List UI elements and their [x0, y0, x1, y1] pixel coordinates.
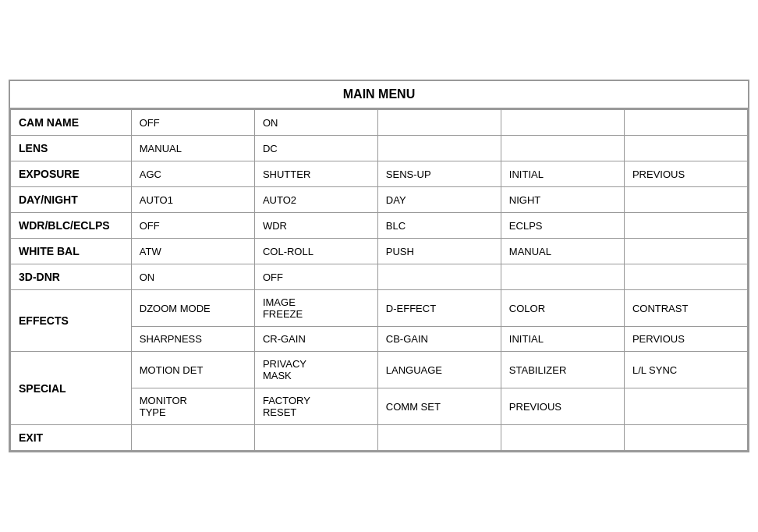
cell: NIGHT: [501, 187, 624, 213]
row-label: WHITE BAL: [11, 239, 132, 264]
cell: CONTRAST: [624, 290, 747, 327]
cell: [624, 187, 747, 213]
cell: [131, 425, 254, 451]
row-label: 3D-DNR: [11, 264, 132, 290]
table-row: LENSMANUALDC: [11, 136, 748, 161]
cell: IMAGE FREEZE: [254, 290, 377, 327]
cell: OFF: [254, 264, 377, 290]
cell: [624, 239, 747, 264]
row-label: EXIT: [11, 425, 132, 451]
table-row: WHITE BALATWCOL-ROLLPUSHMANUAL: [11, 239, 748, 264]
row-label: WDR/BLC/ECLPS: [11, 213, 132, 239]
cell: COL-ROLL: [254, 239, 377, 264]
cell: SHUTTER: [254, 161, 377, 187]
cell: [377, 110, 501, 136]
cell: [624, 264, 747, 290]
cell: [624, 213, 747, 239]
cell: MOTION DET: [131, 352, 254, 388]
cell: MANUAL: [131, 136, 254, 161]
cell: ECLPS: [501, 213, 624, 239]
cell: [377, 136, 501, 161]
table-row: DAY/NIGHTAUTO1AUTO2DAYNIGHT: [11, 187, 748, 213]
table-row: SPECIALMOTION DETPRIVACY MASKLANGUAGESTA…: [11, 352, 748, 388]
row-label: LENS: [11, 136, 132, 161]
table-row: EXPOSUREAGCSHUTTERSENS-UPINITIALPREVIOUS: [11, 161, 748, 187]
cell: OFF: [131, 213, 254, 239]
cell: COLOR: [501, 290, 624, 327]
cell: CR-GAIN: [254, 327, 377, 352]
menu-title: MAIN MENU: [10, 81, 748, 109]
cell: [254, 425, 377, 451]
cell: CB-GAIN: [377, 327, 501, 352]
cell: [501, 110, 624, 136]
cell: MONITOR TYPE: [131, 388, 254, 425]
cell: [624, 425, 747, 451]
cell: WDR: [254, 213, 377, 239]
cell: PERVIOUS: [624, 327, 747, 352]
table-row: EFFECTSDZOOM MODEIMAGE FREEZED-EFFECTCOL…: [11, 290, 748, 327]
row-label: SPECIAL: [11, 352, 132, 425]
cell: AGC: [131, 161, 254, 187]
table-row: WDR/BLC/ECLPSOFFWDRBLCECLPS: [11, 213, 748, 239]
cell: MANUAL: [501, 239, 624, 264]
main-menu-container: MAIN MENU CAM NAMEOFFONLENSMANUALDCEXPOS…: [9, 80, 749, 452]
table-row: EXIT: [11, 425, 748, 451]
menu-table: CAM NAMEOFFONLENSMANUALDCEXPOSUREAGCSHUT…: [10, 109, 748, 451]
cell: DZOOM MODE: [131, 290, 254, 327]
cell: ON: [131, 264, 254, 290]
cell: ATW: [131, 239, 254, 264]
cell: [377, 264, 501, 290]
cell: [377, 425, 501, 451]
cell: PREVIOUS: [624, 161, 747, 187]
cell: INITIAL: [501, 327, 624, 352]
cell: [624, 388, 747, 425]
cell: BLC: [377, 213, 501, 239]
cell: [624, 110, 747, 136]
cell: OFF: [131, 110, 254, 136]
cell: INITIAL: [501, 161, 624, 187]
cell: D-EFFECT: [377, 290, 501, 327]
cell: SENS-UP: [377, 161, 501, 187]
table-row: 3D-DNRONOFF: [11, 264, 748, 290]
cell: [501, 425, 624, 451]
row-label: EXPOSURE: [11, 161, 132, 187]
cell: L/L SYNC: [624, 352, 747, 388]
cell: DAY: [377, 187, 501, 213]
cell: AUTO2: [254, 187, 377, 213]
cell: [501, 136, 624, 161]
row-label: CAM NAME: [11, 110, 132, 136]
cell: AUTO1: [131, 187, 254, 213]
cell: STABILIZER: [501, 352, 624, 388]
row-label: DAY/NIGHT: [11, 187, 132, 213]
row-label: EFFECTS: [11, 290, 132, 352]
cell: PREVIOUS: [501, 388, 624, 425]
cell: ON: [254, 110, 377, 136]
table-row: CAM NAMEOFFON: [11, 110, 748, 136]
cell: DC: [254, 136, 377, 161]
cell: LANGUAGE: [377, 352, 501, 388]
cell: SHARPNESS: [131, 327, 254, 352]
cell: PRIVACY MASK: [254, 352, 377, 388]
cell: [624, 136, 747, 161]
cell: [501, 264, 624, 290]
cell: FACTORY RESET: [254, 388, 377, 425]
cell: PUSH: [377, 239, 501, 264]
cell: COMM SET: [377, 388, 501, 425]
